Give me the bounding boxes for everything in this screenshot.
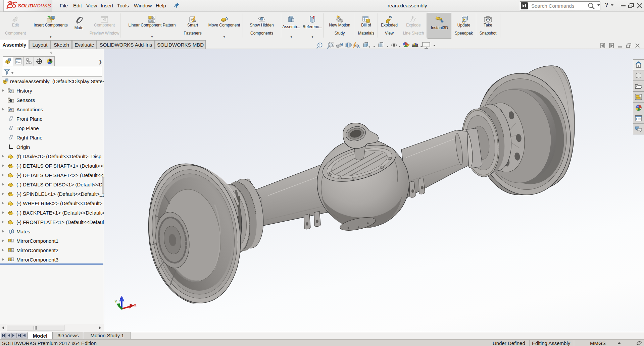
- svg-text:WORKS: WORKS: [32, 3, 51, 8]
- svg-text:A: A: [10, 109, 12, 112]
- svg-text:A: A: [357, 45, 360, 48]
- svg-text:Z: Z: [120, 295, 122, 300]
- svg-text:SOLID: SOLID: [18, 3, 33, 8]
- svg-text:Y: Y: [114, 299, 117, 304]
- svg-text:X: X: [134, 303, 137, 308]
